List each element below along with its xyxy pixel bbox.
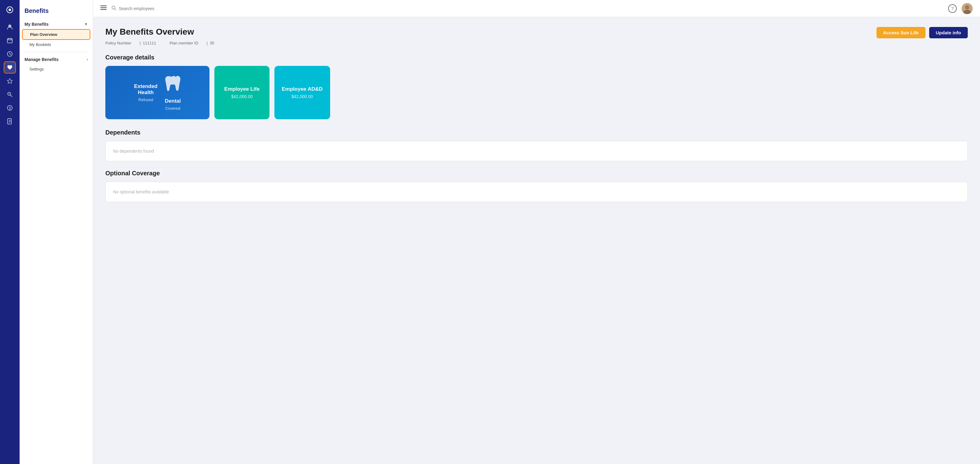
document-nav-icon[interactable] [4,115,16,128]
topbar-right: ? [948,3,973,14]
settings-nav-item[interactable]: Settings [22,64,90,74]
help-icon[interactable]: ? [948,4,957,13]
dependents-box: No dependents found [105,141,968,161]
calendar-nav-icon[interactable] [4,34,16,46]
logo-icon[interactable] [4,4,16,16]
clock-nav-icon[interactable] [4,48,16,60]
heart-nav-icon[interactable] [4,61,16,73]
person-nav-icon[interactable] [4,21,16,33]
no-dependents-text: No dependents found [113,148,960,153]
main-area: ? My Benefits Overview Access Sun Life U… [93,0,980,464]
tooth-icon [165,75,181,96]
policy-info: Policy Number | 111111 Plan member ID | … [105,41,968,45]
coverage-details-heading: Coverage details [105,54,968,61]
coverage-card-employee-life[interactable]: Employee Life $42,000.00 [215,66,269,119]
hamburger-icon[interactable] [100,5,107,12]
icon-sidebar: $ [0,0,20,464]
dollar-nav-icon[interactable]: $ [4,102,16,114]
optional-coverage-heading: Optional Coverage [105,170,968,177]
nav-divider [24,52,88,52]
svg-point-1 [9,9,11,11]
extended-health-sub: ExtendedHealth Refused [134,83,158,102]
avatar[interactable] [962,3,973,14]
star-nav-icon[interactable] [4,75,16,87]
page-header: My Benefits Overview Access Sun Life Upd… [105,27,968,38]
my-benefits-section[interactable]: My Benefits ▼ [20,19,93,29]
svg-marker-10 [7,78,13,83]
employee-life-title: Employee Life [224,86,259,92]
update-info-button[interactable]: Update info [929,27,968,38]
employee-adnd-amount: $42,000.00 [291,94,313,99]
coverage-cards: ExtendedHealth Refused Dental Covered Em… [105,66,968,119]
chevron-down-icon: ▼ [84,22,88,26]
search-nav-icon[interactable] [4,88,16,100]
coverage-card-employee-adnd[interactable]: Employee AD&D $42,000.00 [274,66,330,119]
chevron-right-icon: › [87,57,88,62]
dental-title: Dental [165,98,181,104]
svg-rect-3 [7,38,12,43]
app-title: Benefits [20,5,93,19]
search-bar [111,5,234,12]
svg-line-24 [115,9,116,10]
no-optional-text: No optional benefits available [113,190,960,194]
search-input[interactable] [119,6,234,11]
employee-adnd-title: Employee AD&D [282,86,323,92]
dental-status: Covered [165,106,180,111]
dental-sub: Dental Covered [165,75,181,111]
svg-point-13 [9,93,10,94]
search-icon [111,5,116,12]
optional-coverage-box: No optional benefits available [105,182,968,202]
policy-number-label: Policy Number | 111111 [105,41,163,45]
topbar: ? [93,0,980,17]
access-sunlife-button[interactable]: Access Sun Life [877,27,926,38]
manage-benefits-label: Manage Benefits [24,57,59,62]
page-header-actions: Access Sun Life Update info [877,27,968,38]
dependents-heading: Dependents [105,129,968,136]
svg-text:$: $ [9,106,11,110]
page-content: My Benefits Overview Access Sun Life Upd… [93,17,980,464]
manage-benefits-section[interactable]: Manage Benefits › [20,54,93,64]
svg-point-26 [965,5,969,10]
extended-health-title: ExtendedHealth [134,83,158,96]
coverage-card-extended-dental[interactable]: ExtendedHealth Refused Dental Covered [105,66,210,119]
plan-member-id-label: Plan member ID | 35 [169,41,220,45]
page-title: My Benefits Overview [105,27,194,37]
plan-overview-nav-item[interactable]: Plan Overview [22,29,90,40]
my-benefits-label: My Benefits [24,22,49,27]
svg-line-9 [10,54,11,55]
extended-health-status: Refused [138,97,153,102]
my-booklets-nav-item[interactable]: My Booklets [22,40,90,49]
svg-line-12 [10,95,12,97]
employee-life-amount: $42,000.00 [231,94,253,99]
left-nav: Benefits My Benefits ▼ Plan Overview My … [20,0,93,464]
svg-point-23 [112,6,115,9]
